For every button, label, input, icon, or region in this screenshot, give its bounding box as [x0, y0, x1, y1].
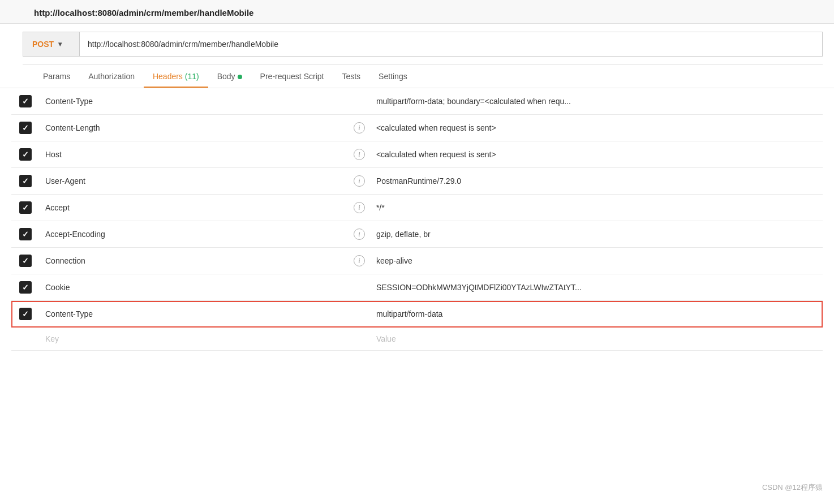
checkbox[interactable]: ✓	[19, 95, 32, 107]
checkbox[interactable]: ✓	[19, 201, 32, 214]
checkbox[interactable]: ✓	[19, 228, 32, 240]
checkbox-cell: ✓	[11, 221, 40, 248]
header-key: User-Agent	[40, 168, 348, 195]
checkmark-icon: ✓	[22, 203, 29, 212]
header-key: Content-Length	[40, 115, 348, 141]
info-cell	[348, 88, 371, 115]
checkbox-cell: ✓	[11, 168, 40, 195]
info-cell	[348, 328, 371, 351]
info-cell: i	[348, 141, 371, 168]
info-icon[interactable]: i	[354, 149, 365, 160]
header-value: multipart/form-data; boundary=<calculate…	[371, 88, 823, 115]
tab-badge: (11)	[183, 72, 199, 81]
checkmark-icon: ✓	[22, 123, 29, 132]
checkbox[interactable]: ✓	[19, 281, 32, 294]
checkbox-cell: ✓	[11, 274, 40, 301]
tab-body[interactable]: Body	[208, 65, 251, 88]
table-row: ✓Accepti*/*	[11, 195, 823, 221]
checkbox-cell: ✓	[11, 141, 40, 168]
header-value: multipart/form-data	[371, 301, 823, 328]
checkbox[interactable]: ✓	[19, 122, 32, 134]
table-row: ✓User-AgentiPostmanRuntime/7.29.0	[11, 168, 823, 195]
url-input[interactable]	[79, 32, 823, 57]
info-cell: i	[348, 195, 371, 221]
checkbox-cell: ✓	[11, 301, 40, 328]
header-value: keep-alive	[371, 248, 823, 274]
checkbox-cell	[11, 328, 40, 351]
info-cell: i	[348, 115, 371, 141]
info-cell	[348, 274, 371, 301]
method-label: POST	[32, 40, 54, 49]
checkmark-icon: ✓	[22, 97, 29, 106]
header-value: <calculated when request is sent>	[371, 115, 823, 141]
header-key: Accept	[40, 195, 348, 221]
top-bar: http://localhost:8080/admin/crm/member/h…	[0, 0, 834, 24]
table-row: ✓Content-Typemultipart/form-data	[11, 301, 823, 328]
tab-settings[interactable]: Settings	[369, 65, 416, 88]
tab-authorization[interactable]: Authorization	[79, 65, 144, 88]
header-key: Host	[40, 141, 348, 168]
header-value: <calculated when request is sent>	[371, 141, 823, 168]
info-icon[interactable]: i	[354, 122, 365, 133]
table-row: ✓Content-Typemultipart/form-data; bounda…	[11, 88, 823, 115]
checkmark-icon: ✓	[22, 150, 29, 159]
request-bar: POST ▾	[23, 24, 823, 65]
checkbox-cell: ✓	[11, 195, 40, 221]
checkmark-icon: ✓	[22, 309, 29, 318]
info-cell: i	[348, 221, 371, 248]
tab-headers[interactable]: Headers (11)	[144, 65, 208, 88]
header-key: Key	[40, 328, 348, 351]
table-row: ✓CookieSESSION=ODhkMWM3YjQtMDFlZi00YTAzL…	[11, 274, 823, 301]
tab-pre-request[interactable]: Pre-request Script	[251, 65, 333, 88]
checkbox-cell: ✓	[11, 248, 40, 274]
url-title: http://localhost:8080/admin/crm/member/h…	[34, 8, 253, 18]
headers-table: ✓Content-Typemultipart/form-data; bounda…	[11, 88, 823, 351]
method-selector[interactable]: POST ▾	[23, 32, 79, 57]
header-key: Connection	[40, 248, 348, 274]
table-row: KeyValue	[11, 328, 823, 351]
header-key: Content-Type	[40, 88, 348, 115]
header-value: */*	[371, 195, 823, 221]
info-cell	[348, 301, 371, 328]
tab-dot	[238, 75, 242, 79]
table-row: ✓Accept-Encodingigzip, deflate, br	[11, 221, 823, 248]
checkbox[interactable]: ✓	[19, 255, 32, 267]
value-placeholder: Value	[376, 334, 396, 343]
key-placeholder: Key	[45, 334, 59, 343]
info-icon[interactable]: i	[354, 175, 365, 187]
tab-tests[interactable]: Tests	[333, 65, 369, 88]
checkmark-icon: ✓	[22, 176, 29, 186]
checkbox[interactable]: ✓	[19, 308, 32, 320]
info-icon[interactable]: i	[354, 202, 365, 213]
info-icon[interactable]: i	[354, 255, 365, 266]
tab-params[interactable]: Params	[34, 65, 79, 88]
tabs-bar: ParamsAuthorizationHeaders (11)BodyPre-r…	[0, 65, 834, 88]
header-value: gzip, deflate, br	[371, 221, 823, 248]
table-row: ✓Hosti<calculated when request is sent>	[11, 141, 823, 168]
table-row: ✓Content-Lengthi<calculated when request…	[11, 115, 823, 141]
checkbox-cell: ✓	[11, 115, 40, 141]
method-chevron-icon: ▾	[58, 40, 62, 48]
info-cell: i	[348, 168, 371, 195]
checkbox-cell: ✓	[11, 88, 40, 115]
header-key: Cookie	[40, 274, 348, 301]
checkmark-icon: ✓	[22, 256, 29, 265]
header-value: SESSION=ODhkMWM3YjQtMDFlZi00YTAzLWIwZTAt…	[371, 274, 823, 301]
checkbox[interactable]: ✓	[19, 148, 32, 161]
info-cell: i	[348, 248, 371, 274]
header-key: Accept-Encoding	[40, 221, 348, 248]
header-value: PostmanRuntime/7.29.0	[371, 168, 823, 195]
checkbox[interactable]: ✓	[19, 175, 32, 187]
table-row: ✓Connectionikeep-alive	[11, 248, 823, 274]
checkmark-icon: ✓	[22, 283, 29, 292]
info-icon[interactable]: i	[354, 229, 365, 240]
header-value: Value	[371, 328, 823, 351]
checkmark-icon: ✓	[22, 230, 29, 239]
header-key: Content-Type	[40, 301, 348, 328]
table-container: ✓Content-Typemultipart/form-data; bounda…	[0, 88, 834, 351]
